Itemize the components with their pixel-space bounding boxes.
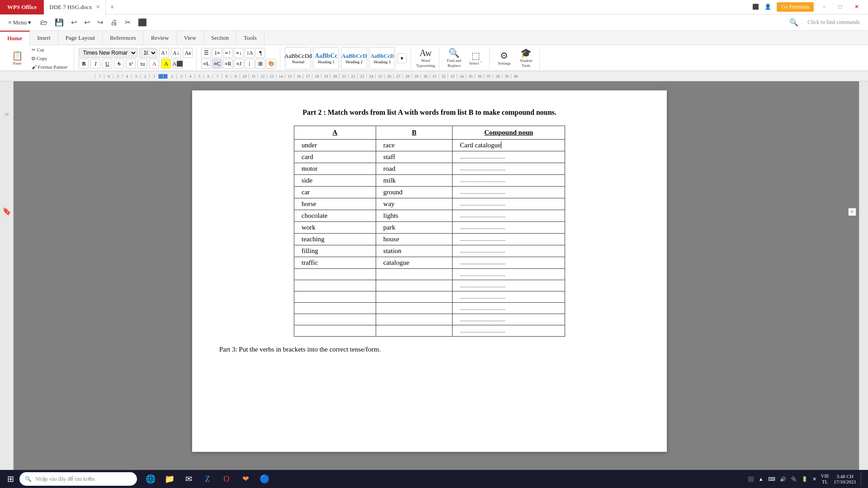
- undo-icon[interactable]: ↩: [68, 16, 80, 28]
- align-justify-btn[interactable]: ≡J: [234, 59, 244, 69]
- menu-hamburger[interactable]: ≡ Menu ▾: [4, 17, 36, 28]
- close-btn[interactable]: ✕: [851, 4, 863, 10]
- open-file-icon[interactable]: 🗁: [38, 17, 50, 28]
- redo-icon[interactable]: ↪: [94, 16, 106, 28]
- align-left-btn[interactable]: ≡L: [201, 59, 211, 69]
- tab-tools[interactable]: Tools: [236, 31, 264, 45]
- style-heading1[interactable]: AaBbCc Heading 1: [313, 47, 339, 70]
- paste-btn[interactable]: 📋 Paste: [7, 47, 27, 70]
- cut-btn[interactable]: ✂ Cut: [29, 46, 70, 54]
- taskbar-show-desktop-btn[interactable]: [861, 472, 864, 486]
- copy-btn[interactable]: ⧉ Copy: [29, 55, 70, 62]
- table-row: traffic catalogue ......................…: [294, 257, 565, 269]
- doc-tab[interactable]: DDE 7 HSG.docx ✕: [44, 0, 105, 14]
- tab-close-btn[interactable]: ✕: [96, 4, 100, 10]
- taskbar-office-icon[interactable]: O: [218, 471, 235, 487]
- print-icon[interactable]: 🖨: [108, 17, 120, 28]
- taskbar-volume-icon: 🔊: [780, 476, 786, 482]
- clear-format-btn[interactable]: Aa: [183, 48, 193, 58]
- strikethrough-btn[interactable]: S: [114, 59, 124, 69]
- table-row: car ground .............................…: [294, 187, 565, 198]
- tab-page-layout[interactable]: Page Layout: [58, 31, 103, 45]
- bookmark-icon: 🔖: [2, 207, 11, 216]
- taskbar-edge-icon[interactable]: 🌐: [142, 471, 159, 487]
- style-heading3[interactable]: AaBbCcD Heading 3: [369, 47, 395, 70]
- settings-btn[interactable]: ⚙ Settings: [494, 47, 514, 70]
- go-premium-btn[interactable]: Go Premium: [777, 2, 814, 12]
- numbering-btn[interactable]: 1≡: [212, 48, 222, 58]
- font-group: Times New Roman 10 A↑ A↓ Aa B I U S x² x…: [75, 47, 197, 70]
- col-b-cell: milk: [376, 175, 453, 187]
- bullets-btn[interactable]: ☰: [201, 48, 211, 58]
- col-b-cell-empty: [376, 303, 453, 314]
- tab-insert[interactable]: Insert: [30, 31, 58, 45]
- tab-home[interactable]: Home: [0, 31, 30, 45]
- left-margin-marker: 20: [5, 112, 9, 117]
- align-center-btn[interactable]: ≡C: [212, 59, 222, 69]
- table-row-empty: ...............................: [294, 291, 565, 303]
- bold-btn[interactable]: B: [79, 59, 89, 69]
- styles-more-btn[interactable]: ▾: [397, 53, 407, 63]
- col-a-cell: horse: [294, 198, 376, 210]
- tab-view[interactable]: View: [177, 31, 204, 45]
- font-name-select[interactable]: Times New Roman: [79, 48, 137, 58]
- taskbar-search-icon: 🔍: [25, 476, 32, 483]
- show-marks-btn[interactable]: ¶: [255, 48, 265, 58]
- search-cmd-text[interactable]: Click to find commands: [803, 17, 864, 28]
- maximize-btn[interactable]: □: [835, 4, 845, 10]
- font-color-btn[interactable]: A: [149, 59, 159, 69]
- list-btn[interactable]: ≡↑: [223, 48, 233, 58]
- subscript-btn[interactable]: x₂: [137, 59, 147, 69]
- settings-icon: ⚙: [500, 51, 508, 60]
- taskbar-chrome-icon[interactable]: 🔵: [256, 471, 273, 487]
- underline-btn[interactable]: U: [102, 59, 112, 69]
- col-b-cell: house: [376, 234, 453, 245]
- col-btn[interactable]: ⫶: [245, 59, 255, 69]
- sort-btn[interactable]: ↕A: [245, 48, 255, 58]
- border-btn[interactable]: ⊞: [255, 59, 265, 69]
- student-tools-btn[interactable]: 🎓 Student Tools: [516, 47, 536, 70]
- table-row: motor road .............................…: [294, 163, 565, 175]
- wps-logo[interactable]: WPS Office: [0, 0, 44, 14]
- taskbar-search-bar[interactable]: 🔍 Nhập vào đây để tìm kiếm: [19, 472, 137, 486]
- minimize-btn[interactable]: −: [819, 4, 830, 10]
- taskbar-app5-icon[interactable]: ❤: [237, 471, 254, 487]
- windows-start-btn[interactable]: ⊞: [4, 472, 18, 486]
- font-grow-btn[interactable]: A↑: [159, 48, 169, 58]
- taskbar-explorer-icon[interactable]: 📁: [161, 471, 178, 487]
- table-header-b: B: [376, 126, 453, 140]
- save-icon[interactable]: 💾: [52, 16, 66, 28]
- align-right-btn[interactable]: ≡R: [223, 59, 233, 69]
- search-cmd-icon[interactable]: 🔍: [787, 16, 801, 28]
- tab-references[interactable]: References: [103, 31, 144, 45]
- tab-section[interactable]: Section: [204, 31, 236, 45]
- select-btn[interactable]: ⬚ Select ˅: [466, 47, 486, 70]
- highlight-btn[interactable]: A: [161, 59, 171, 69]
- new-tab-btn[interactable]: +: [106, 3, 119, 11]
- find-replace-btn[interactable]: 🔍 Find and Replace: [444, 47, 464, 70]
- undo2-icon[interactable]: ↩: [81, 16, 93, 28]
- superscript-btn[interactable]: x²: [126, 59, 136, 69]
- document-canvas[interactable]: Part 2 : Match words from list A with wo…: [14, 81, 845, 475]
- format-painter-btn[interactable]: 🖌 Format Painter: [29, 63, 70, 70]
- shading-btn[interactable]: 🎨: [266, 59, 276, 69]
- font-shrink-btn[interactable]: A↓: [171, 48, 181, 58]
- avatar-icon[interactable]: 👤: [764, 4, 771, 10]
- indent-btn[interactable]: ≡↓: [234, 48, 244, 58]
- format-icon[interactable]: ✂: [122, 16, 133, 28]
- taskbar-mail-icon[interactable]: ✉: [180, 471, 197, 487]
- table-row-empty: ...............................: [294, 269, 565, 280]
- char-shading-btn[interactable]: A⬛: [173, 59, 183, 69]
- italic-btn[interactable]: I: [90, 59, 100, 69]
- style-heading2[interactable]: AaBbCcD Heading 2: [341, 47, 367, 70]
- select-icon: ⬚: [472, 51, 480, 60]
- col-a-cell: teaching: [294, 234, 376, 245]
- word-typesetting-btn[interactable]: Aw Word Typesetting: [415, 47, 435, 70]
- style-normal[interactable]: AaBbCcDd Normal: [285, 47, 311, 70]
- table-add-row-btn[interactable]: +: [848, 208, 856, 216]
- taskbar-app4-icon[interactable]: Z: [199, 471, 216, 487]
- right-scroll-panel: [859, 81, 868, 475]
- tab-review[interactable]: Review: [144, 31, 177, 45]
- font-size-select[interactable]: 10: [139, 48, 157, 58]
- extra-icon[interactable]: ⬛: [135, 16, 150, 28]
